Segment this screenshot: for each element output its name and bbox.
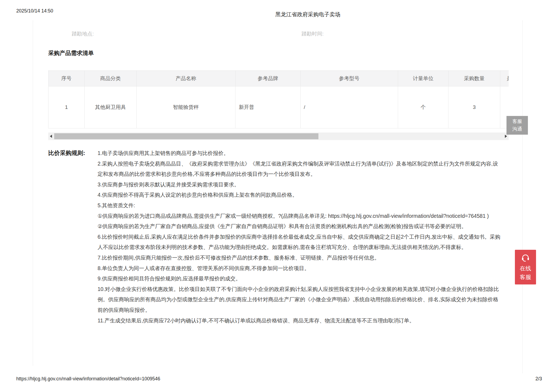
col-header-seq: 序号	[49, 71, 85, 86]
col-header-clipped: 是	[500, 71, 509, 86]
col-header-ref-brand: 参考品牌	[235, 71, 301, 86]
cell-unit: 个	[398, 86, 448, 128]
online-button-label-line2: 客服	[520, 273, 531, 281]
col-header-quantity: 采购数量	[448, 71, 500, 86]
survey-location-label: 踏勘地点:	[72, 30, 94, 37]
rule-item-8: 8.单位负责人为同一人或者存在直接控股、管理关系的不同供应商,不得参加同一比价项…	[98, 263, 502, 274]
customer-service-chat-button[interactable]: 客服 沟通	[506, 116, 528, 135]
section-title-product-list: 采购产品需求清单	[48, 49, 94, 57]
online-customer-service-button[interactable]: 在线 客服	[515, 250, 536, 284]
cell-seq: 1	[49, 86, 85, 128]
scroll-left-arrow-icon[interactable]	[50, 135, 52, 138]
survey-time-label: 踏勘时间:	[302, 30, 324, 37]
rules-text-block: 1.电子卖场供应商用其上架销售的商品可参与比价报价。 2.采购人按照电子卖场交易…	[98, 148, 502, 326]
chat-button-label-line1: 客服	[506, 118, 528, 125]
headset-icon	[521, 253, 530, 263]
page-title: 黑龙江省政府采购电子卖场	[275, 11, 340, 18]
rule-item-1: 1.电子卖场供应商用其上架销售的商品可参与比价报价。	[98, 148, 502, 158]
rule-item-5-sub1: ①供应商响应的若为进口商品或品牌商品,需提供生产厂家或一级经销商授权。?(品牌商…	[98, 211, 502, 221]
col-header-unit: 计量单位	[398, 71, 448, 86]
footer-url: https://hljcg.hlj.gov.cn/mall-view/infor…	[16, 376, 160, 382]
col-header-product-name: 产品名称	[137, 71, 235, 86]
rule-item-9: 9.供应商报价相同且符合报价规则的,应选择最早报价的成交。	[98, 273, 502, 284]
print-datetime: 2025/10/14 14:50	[16, 8, 53, 14]
print-preview-page: 2025/10/14 14:50 黑龙江省政府采购电子卖场 踏勘地点: 踏勘时间…	[0, 0, 555, 392]
rules-section-label: 比价采购规则:	[48, 148, 85, 158]
scroll-right-arrow-icon[interactable]	[505, 135, 507, 138]
product-table-container: 序号 商品分类 产品名称 参考品牌 参考型号 计量单位 采购数量 是 1 其他厨…	[48, 70, 509, 128]
scrollbar-thumb[interactable]	[54, 133, 318, 139]
col-header-category: 商品分类	[85, 71, 137, 86]
content-border-left	[33, 20, 33, 366]
content-border-right	[522, 20, 523, 373]
rule-item-4: 4.供应商报价不得高于采购人设定的初步意向价格和供应商上架在售的同款商品价格。	[98, 190, 502, 200]
rule-item-7: 7.比价报价期间,供应商只能报价一次,报价后不可修改报价产品的技术参数、服务标准…	[98, 252, 502, 263]
page-number: 2/3	[535, 376, 542, 382]
product-demand-table: 序号 商品分类 产品名称 参考品牌 参考型号 计量单位 采购数量 是 1 其他厨…	[48, 70, 509, 128]
horizontal-scrollbar[interactable]	[48, 132, 509, 140]
table-header-row: 序号 商品分类 产品名称 参考品牌 参考型号 计量单位 采购数量 是	[49, 71, 509, 86]
chat-button-label-line2: 沟通	[506, 125, 528, 133]
rule-item-5-sub2: ②供应商响应的若为生产厂家自产自销商品,应提供《生产厂家自产自销商品证明》和具有…	[98, 221, 502, 232]
cell-quantity: 3	[448, 86, 500, 128]
cell-ref-model: /	[301, 86, 398, 128]
cell-category: 其他厨卫用具	[85, 86, 137, 128]
rule-item-2: 2.采购人按照电子卖场交易商品品目、《政府采购需求管理办法》《黑龙江省政府采购文…	[98, 158, 502, 179]
rule-item-10: 10.对小微企业实行价格优惠政策。比价项目如关联了不专门面向中小企业的政府采购计…	[98, 284, 502, 315]
rule-item-11: 11.产生成交结果后,供应商应72小时内确认订单,不可不确认订单或以商品价格错误…	[98, 315, 502, 326]
col-header-ref-model: 参考型号	[301, 71, 398, 86]
cell-ref-brand: 新开普	[235, 86, 301, 128]
rule-item-6: 6.比价报价时间截止后,采购人应在满足比价条件并参加报价的供应商中选择排名价最低…	[98, 232, 502, 252]
online-button-label-line1: 在线	[520, 264, 531, 273]
cell-product-name: 智能验货秤	[137, 86, 235, 128]
rule-item-5: 5.其他资质文件:	[98, 200, 502, 211]
table-row: 1 其他厨卫用具 智能验货秤 新开普 / 个 3	[49, 86, 509, 128]
rule-item-3: 3.供应商参与报价则表示默认满足并接受采购需求项目要求。	[98, 179, 502, 190]
